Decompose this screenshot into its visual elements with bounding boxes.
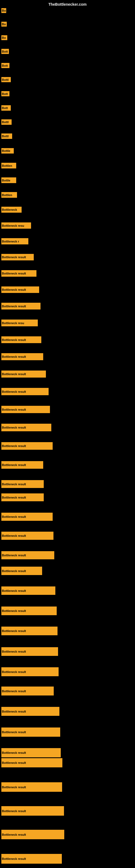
- bottleneck-bar-label-28: Bottleneck result: [2, 426, 26, 429]
- bottleneck-bar-9: Bottl: [1, 119, 12, 125]
- bottleneck-bar-8: Bott: [1, 105, 11, 111]
- bottleneck-bar-label-36: Bottleneck result: [2, 569, 26, 572]
- bottleneck-bar-label-22: Bottleneck resu: [2, 321, 24, 325]
- bottleneck-bar-38: Bottleneck result: [1, 607, 57, 615]
- bottleneck-bar-label-21: Bottleneck result: [2, 305, 26, 308]
- bottleneck-bar-19: Bottleneck result: [1, 270, 37, 277]
- bottleneck-bar-42: Bottleneck result: [1, 686, 54, 695]
- bottleneck-bar-label-10: Bottl: [2, 134, 9, 138]
- bottleneck-bar-label-7: Bott: [2, 92, 8, 95]
- bottleneck-bar-label-18: Bottleneck result: [2, 255, 26, 259]
- bottleneck-bar-17: Bottleneck r: [1, 238, 28, 244]
- bottleneck-bar-14: Bottlen: [1, 192, 17, 198]
- bottleneck-bar-29: Bottleneck result: [1, 442, 53, 450]
- bottleneck-bar-50: Bottleneck result: [1, 854, 62, 864]
- bottleneck-bar-label-24: Bottleneck result: [2, 355, 26, 358]
- bottleneck-bar-label-49: Bottleneck result: [2, 833, 26, 836]
- bottleneck-bar-label-43: Bottleneck result: [2, 710, 26, 713]
- bottleneck-bar-7: Bott: [1, 91, 9, 96]
- bottleneck-bar-31: Bottleneck result: [1, 480, 44, 488]
- bottleneck-bar-label-38: Bottleneck result: [2, 609, 26, 613]
- bottleneck-bar-label-12: Bottlen: [2, 164, 12, 167]
- bottleneck-bar-41: Bottleneck result: [1, 667, 58, 676]
- bottleneck-bar-label-50: Bottleneck result: [2, 857, 26, 860]
- bottleneck-bar-label-8: Bott: [2, 106, 8, 110]
- bottleneck-bar-12: Bottlen: [1, 163, 16, 168]
- bottleneck-bar-label-5: Bott: [2, 64, 8, 67]
- bottleneck-bar-label-34: Bottleneck result: [2, 534, 26, 537]
- bottleneck-bar-28: Bottleneck result: [1, 424, 51, 431]
- bottleneck-bar-21: Bottleneck result: [1, 303, 41, 310]
- bottleneck-bar-30: Bottleneck result: [1, 461, 43, 469]
- bottleneck-bar-39: Bottleneck result: [1, 627, 57, 635]
- bottleneck-bar-label-40: Bottleneck result: [2, 650, 26, 653]
- bottleneck-bar-35: Bottleneck result: [1, 551, 54, 559]
- bottleneck-bar-label-16: Bottleneck resu: [2, 224, 24, 227]
- bottleneck-bar-label-13: Bottle: [2, 179, 10, 182]
- bottleneck-bar-label-19: Bottleneck result: [2, 272, 26, 275]
- bottleneck-bar-label-39: Bottleneck result: [2, 629, 26, 632]
- bottleneck-bar-37: Bottleneck result: [1, 586, 55, 595]
- bottleneck-bar-23: Bottleneck result: [1, 336, 41, 343]
- bottleneck-bar-label-30: Bottleneck result: [2, 463, 26, 467]
- bottleneck-bar-label-9: Bottl: [2, 120, 9, 124]
- bottleneck-bar-46: Bottleneck result: [1, 758, 62, 767]
- bottleneck-bar-label-26: Bottleneck result: [2, 390, 26, 393]
- bottleneck-bar-label-2: Bo: [2, 23, 6, 26]
- bottleneck-bar-label-3: Bo: [2, 36, 6, 39]
- bottleneck-bar-label-33: Bottleneck result: [2, 515, 26, 518]
- bottleneck-bar-11: Bottle: [1, 148, 14, 154]
- bottleneck-bar-label-15: Bottleneck: [2, 208, 17, 211]
- bottleneck-bar-label-37: Bottleneck result: [2, 589, 26, 592]
- bottleneck-bar-25: Bottleneck result: [1, 371, 46, 378]
- bottleneck-bar-label-44: Bottleneck result: [2, 731, 26, 734]
- bottleneck-bar-4: Bott: [1, 49, 9, 54]
- bottleneck-bar-33: Bottleneck result: [1, 513, 53, 521]
- bottleneck-bar-label-29: Bottleneck result: [2, 444, 26, 447]
- bottleneck-bar-label-42: Bottleneck result: [2, 689, 26, 693]
- bottleneck-bar-43: Bottleneck result: [1, 707, 59, 716]
- bottleneck-bar-36: Bottleneck result: [1, 567, 42, 575]
- bottleneck-bar-24: Bottleneck result: [1, 353, 43, 360]
- bottleneck-bar-label-32: Bottleneck result: [2, 496, 26, 499]
- bottleneck-bar-34: Bottleneck result: [1, 532, 53, 540]
- bottleneck-bar-label-20: Bottleneck result: [2, 288, 26, 291]
- bottleneck-bar-label-4: Bott: [2, 50, 8, 53]
- bottleneck-bar-45: Bottleneck result: [1, 748, 61, 757]
- bottleneck-bar-18: Bottleneck result: [1, 254, 34, 260]
- bottleneck-bar-1: Bo: [1, 8, 6, 13]
- bottleneck-bar-label-27: Bottleneck result: [2, 408, 26, 411]
- bottleneck-bar-13: Bottle: [1, 177, 16, 183]
- bottleneck-bar-22: Bottleneck resu: [1, 319, 38, 326]
- bottleneck-bar-2: Bo: [1, 22, 7, 27]
- bottleneck-bar-label-31: Bottleneck result: [2, 483, 26, 486]
- bottleneck-bar-32: Bottleneck result: [1, 493, 44, 501]
- bottleneck-bar-49: Bottleneck result: [1, 830, 64, 839]
- bottleneck-bar-5: Bott: [1, 63, 9, 68]
- bottleneck-bar-label-47: Bottleneck result: [2, 785, 26, 789]
- bottleneck-bar-label-23: Bottleneck result: [2, 338, 26, 341]
- bottleneck-bar-label-14: Bottlen: [2, 193, 12, 197]
- bottleneck-bar-20: Bottleneck result: [1, 286, 39, 293]
- bottleneck-bar-27: Bottleneck result: [1, 406, 50, 413]
- bottleneck-bar-3: Bo: [1, 35, 7, 40]
- bottleneck-bar-label-6: Bottl: [2, 78, 9, 82]
- bottleneck-bar-label-48: Bottleneck result: [2, 809, 26, 813]
- bottleneck-bar-label-11: Bottle: [2, 149, 10, 152]
- bottleneck-bar-label-17: Bottleneck r: [2, 240, 19, 243]
- bottleneck-bar-15: Bottleneck: [1, 207, 21, 213]
- bottleneck-bar-label-1: Bo: [2, 9, 6, 12]
- bottleneck-bar-label-45: Bottleneck result: [2, 751, 26, 754]
- bottleneck-bar-26: Bottleneck result: [1, 388, 49, 395]
- bottleneck-bar-48: Bottleneck result: [1, 806, 64, 816]
- bottleneck-bar-label-46: Bottleneck result: [2, 761, 26, 764]
- bottleneck-bar-16: Bottleneck resu: [1, 222, 31, 229]
- bottleneck-bar-10: Bottl: [1, 133, 12, 139]
- bottleneck-bar-label-25: Bottleneck result: [2, 372, 26, 376]
- bottleneck-bar-44: Bottleneck result: [1, 727, 60, 737]
- bottleneck-bar-47: Bottleneck result: [1, 782, 62, 792]
- bottleneck-bar-6: Bottl: [1, 77, 11, 82]
- site-title: TheBottlenecker.com: [48, 2, 87, 6]
- bottleneck-bar-label-41: Bottleneck result: [2, 670, 26, 674]
- bottleneck-bar-label-35: Bottleneck result: [2, 554, 26, 557]
